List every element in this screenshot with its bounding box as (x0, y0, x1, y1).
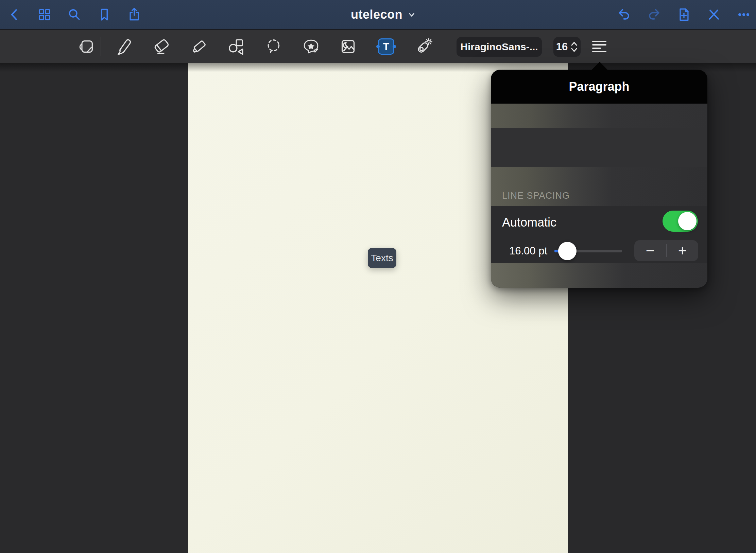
stickers-tool-button[interactable] (302, 35, 321, 58)
share-icon (127, 7, 142, 22)
lasso-tool-button[interactable] (264, 35, 284, 58)
undo-button[interactable] (617, 7, 632, 22)
add-page-button[interactable] (676, 7, 691, 22)
stickers-icon (302, 37, 321, 56)
document-title-button[interactable]: utelecon (351, 0, 416, 29)
popover-blur-band-top (491, 104, 707, 128)
chevron-down-icon (407, 10, 416, 19)
exit-edit-icon (706, 7, 721, 22)
highlighter-tool-button[interactable] (190, 35, 209, 58)
pen-tool-button[interactable] (114, 35, 133, 58)
redo-button[interactable] (647, 7, 662, 22)
back-icon (7, 7, 22, 22)
automatic-row: Automatic (491, 206, 707, 239)
line-spacing-section-band: LINE SPACING (491, 167, 707, 206)
search-button[interactable] (67, 7, 82, 22)
scribble-tool-button[interactable] (77, 35, 96, 58)
align-left-icon (592, 41, 606, 52)
increase-spacing-button[interactable]: + (667, 240, 698, 261)
goodnotes-app: utelecon (0, 0, 756, 553)
pages-grid-icon (37, 7, 52, 22)
navbar-left-group (7, 0, 142, 29)
bookmark-button[interactable] (97, 7, 112, 22)
highlighter-icon (190, 37, 209, 56)
tool-toolbar: T HiraginoSans-... 16 (0, 30, 756, 63)
more-icon (736, 7, 751, 22)
paragraph-popover: Paragraph LINE SPACING Automatic (491, 70, 707, 288)
decrease-spacing-button[interactable]: − (634, 240, 666, 261)
line-spacing-value: 16.00 pt (509, 245, 547, 257)
texts-tooltip-label: Texts (371, 253, 393, 264)
thumbnails-button[interactable] (37, 7, 52, 22)
navbar: utelecon (0, 0, 756, 30)
popover-title: Paragraph (569, 79, 629, 94)
paragraph-alignment-button[interactable] (590, 35, 609, 58)
lasso-icon (264, 37, 284, 56)
popover-arrow (591, 62, 608, 70)
canvas-background-left (0, 63, 188, 553)
alignment-row (491, 128, 707, 167)
selection-handle-right (393, 45, 396, 48)
toolbar-divider (101, 37, 101, 56)
line-spacing-stepper: − + (634, 240, 698, 261)
font-family-label: HiraginoSans-... (460, 41, 538, 53)
eraser-tool-button[interactable] (152, 35, 171, 58)
line-spacing-slider[interactable] (554, 239, 622, 263)
slider-thumb[interactable] (558, 242, 577, 260)
scribble-tool-icon (77, 37, 96, 56)
image-tool-button[interactable] (339, 35, 358, 58)
popover-blur-band-bottom (491, 263, 707, 288)
more-button[interactable] (736, 7, 751, 22)
automatic-label: Automatic (502, 215, 556, 230)
bookmark-icon (97, 7, 112, 22)
text-tool-icon: T (378, 38, 394, 55)
add-page-icon (676, 7, 691, 22)
font-family-button[interactable]: HiraginoSans-... (457, 37, 542, 57)
selection-handle-left (376, 45, 380, 48)
laser-pointer-tool-button[interactable] (414, 35, 433, 58)
pen-icon (114, 37, 133, 56)
laser-pointer-icon (414, 37, 433, 56)
toggle-knob (678, 212, 697, 230)
shapes-icon (226, 37, 245, 56)
font-size-value: 16 (556, 41, 568, 53)
popover-header: Paragraph (491, 70, 707, 104)
document-title: utelecon (351, 7, 402, 22)
line-spacing-slider-row: 16.00 pt − + (491, 239, 707, 263)
undo-icon (617, 7, 632, 22)
image-icon (339, 37, 358, 56)
text-tool-button[interactable]: T (377, 35, 396, 58)
font-size-stepper[interactable]: 16 (553, 37, 581, 57)
shapes-tool-button[interactable] (226, 35, 245, 58)
navbar-right-group (617, 0, 751, 29)
texts-tooltip[interactable]: Texts (368, 248, 396, 268)
eraser-icon (152, 37, 171, 56)
stepper-chevrons-icon (570, 41, 578, 53)
line-spacing-section-label: LINE SPACING (502, 191, 570, 201)
redo-icon (647, 7, 662, 22)
share-button[interactable] (127, 7, 142, 22)
exit-edit-button[interactable] (706, 7, 721, 22)
back-button[interactable] (7, 7, 22, 22)
automatic-toggle[interactable] (663, 211, 698, 232)
search-icon (67, 7, 82, 22)
